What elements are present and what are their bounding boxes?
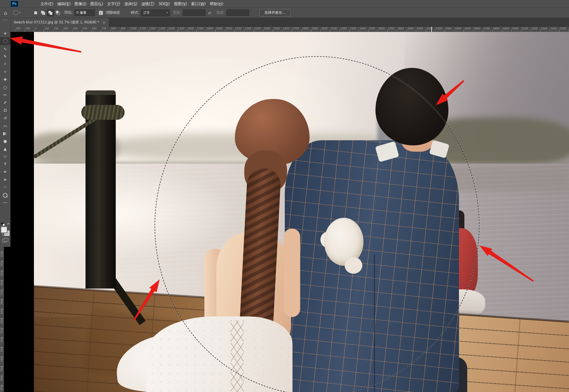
document-canvas[interactable] [34, 32, 569, 392]
separator [252, 9, 253, 16]
ruler-label: 3100 [1, 328, 3, 333]
menu-滤镜[interactable]: 滤镜(T) [139, 0, 157, 7]
path-selection-tool[interactable]: ➤ [0, 176, 10, 184]
ruler-tick [320, 29, 321, 32]
brush-tool-icon: ✐ [3, 100, 7, 105]
menu-图层[interactable]: 图层(L) [88, 0, 105, 7]
more-tools[interactable]: ••• [0, 199, 10, 207]
default-colors-icon[interactable] [1, 223, 5, 226]
ruler-tick [349, 29, 349, 32]
quick-selection-tool[interactable]: ✎ [0, 53, 10, 60]
menu-选择[interactable]: 选择(S) [122, 0, 139, 7]
ruler-label: 4900 [503, 27, 509, 30]
ruler-tick [292, 29, 292, 32]
close-document-icon[interactable]: × [103, 21, 105, 25]
ruler-label: 1200 [149, 27, 156, 30]
menu-窗口[interactable]: 窗口(W) [189, 0, 208, 7]
color-controls: ⇄ [0, 223, 10, 240]
subtract-from-selection-button[interactable] [47, 9, 54, 17]
eraser-tool[interactable]: ▭ [0, 122, 10, 130]
menu-编辑[interactable]: 编辑(E) [55, 0, 72, 7]
ruler-tick [550, 29, 550, 32]
anti-alias-checkbox[interactable]: ✓ [99, 11, 103, 15]
chevron-down-icon: ▾ [19, 11, 21, 14]
menu-文字[interactable]: 文字(Y) [105, 0, 122, 7]
ruler-tick [540, 29, 540, 32]
spot-healing-brush-tool[interactable]: ✚ [0, 76, 10, 84]
mooring-post-top [86, 90, 116, 95]
select-and-mask-button[interactable]: 选择并遮住... [259, 9, 290, 17]
photoshop-logo[interactable]: Ps [10, 1, 19, 7]
clone-stamp-tool[interactable]: Ω [0, 107, 10, 114]
anti-alias-label: 消除锯齿 [106, 10, 120, 15]
horizontal-ruler[interactable]: 2001000100200300400500600700800900100011… [10, 27, 569, 32]
tool-preset-badge[interactable]: ▾ [13, 10, 21, 15]
ruler-label: 1400 [168, 27, 175, 30]
ruler-label: 3000 [321, 27, 328, 30]
menu-文件[interactable]: 文件(F) [38, 0, 55, 7]
type-tool[interactable]: T [0, 161, 10, 168]
dodge-tool[interactable]: ☉ [0, 153, 10, 161]
history-brush-tool[interactable]: ↺ [0, 114, 10, 122]
ruler-label: 2300 [255, 27, 261, 30]
ruler-label: 4500 [465, 27, 471, 30]
elliptical-marquee-tool[interactable] [0, 37, 10, 45]
foreground-color-swatch[interactable] [1, 227, 7, 233]
brush-tool[interactable]: ✐ [0, 99, 10, 107]
swap-colors-icon[interactable]: ⇄ [7, 222, 9, 225]
ruler-label: 3700 [388, 27, 395, 30]
vertical-ruler[interactable]: 2300240025002600270028002900300031003200… [0, 247, 4, 392]
add-to-selection-button[interactable] [39, 9, 47, 17]
ruler-label: 2000 [226, 27, 232, 30]
document-tab[interactable]: -beach-blur-371312.jpg @ 32.7% (图层 1, RG… [10, 18, 109, 27]
document-tab-title: -beach-blur-371312.jpg @ 32.7% (图层 1, RG… [13, 20, 99, 25]
menu-3D[interactable]: 3D(D) [157, 0, 172, 7]
patch-tool-icon: ▢ [3, 85, 7, 90]
subtract-selection-icon [48, 11, 52, 15]
ruler-tick [464, 29, 464, 32]
hand-tool[interactable]: ☞ [0, 184, 10, 191]
ruler-tick [196, 29, 197, 32]
menu-图像[interactable]: 图像(I) [72, 0, 88, 7]
style-dropdown[interactable]: 正常 ▾ [141, 9, 170, 16]
ruler-tick [177, 29, 178, 32]
ruler-label: 100 [44, 27, 49, 30]
height-input[interactable] [226, 9, 249, 16]
swap-width-height-icon[interactable]: ⇄ [208, 11, 211, 15]
home-icon[interactable]: ⌂ [4, 10, 7, 16]
elliptical-selection-marquee [155, 56, 479, 392]
selection-mode-group [32, 9, 62, 17]
ruler-tick [273, 29, 273, 32]
ruler-tick [168, 29, 168, 32]
ruler-label: 3600 [379, 27, 385, 30]
ruler-tick [158, 29, 158, 32]
blur-tool[interactable]: ● [0, 137, 10, 145]
ruler-label: 2500 [274, 27, 280, 30]
menu-帮助[interactable]: 帮助(H) [208, 0, 225, 7]
patch-tool[interactable]: ▢ [0, 84, 10, 91]
lasso-tool[interactable]: ∿ [0, 45, 10, 53]
gradient-tool[interactable] [0, 130, 10, 137]
screen-mode-button[interactable] [2, 238, 8, 242]
feather-input[interactable]: 0 像素 [74, 9, 95, 16]
ruler-tick [139, 29, 139, 32]
menu-视图[interactable]: 视图(V) [172, 0, 189, 7]
content-aware-move-tool[interactable]: ✂ [0, 91, 10, 99]
new-selection-button[interactable] [32, 9, 39, 17]
pen-tool[interactable]: ✒ [0, 168, 10, 176]
ruler-label: 2300 [1, 251, 3, 257]
intersect-selection-button[interactable] [54, 9, 62, 17]
width-input[interactable] [183, 9, 206, 16]
more-tools-icon: ••• [3, 201, 7, 204]
move-tool[interactable]: ✛ [0, 30, 10, 37]
eyedropper-tool[interactable]: ✧ [0, 68, 10, 76]
ruler-tick [25, 29, 25, 32]
ruler-label: 5200 [531, 27, 538, 30]
panel-grip[interactable] [2, 19, 8, 21]
ruler-label: 200 [54, 27, 58, 30]
sharpen-tool[interactable]: ▲ [0, 145, 10, 153]
ruler-tick [216, 29, 216, 32]
crop-tool[interactable]: ⌗ [0, 60, 10, 68]
ruler-label: 800 [111, 27, 116, 30]
zoom-tool[interactable] [0, 191, 10, 199]
